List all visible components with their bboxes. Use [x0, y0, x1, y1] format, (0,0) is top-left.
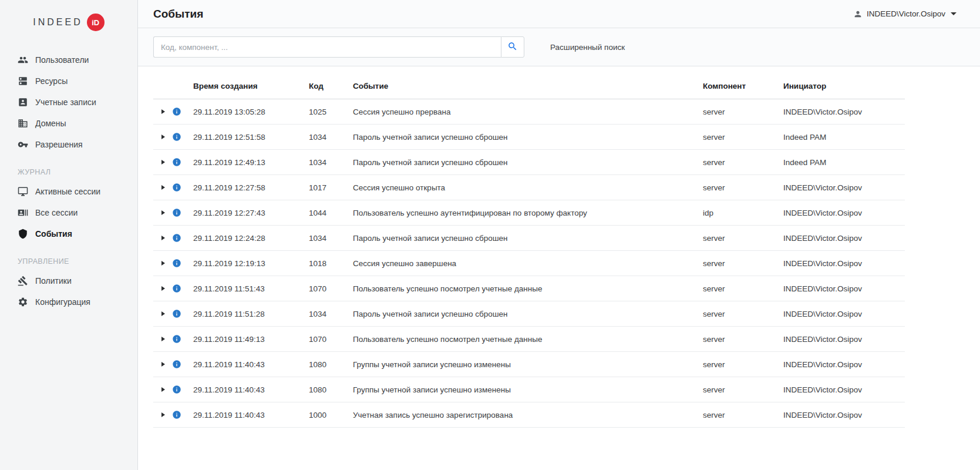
cell-code: 1034 [309, 301, 353, 327]
sidebar-item-events[interactable]: События [0, 223, 137, 244]
table-row: 29.11.2019 11:40:43 1080 Группы учетной … [153, 352, 905, 377]
nav-section-header: ЖУРНАЛ [0, 168, 137, 176]
sidebar-item-label: Разрешения [35, 140, 83, 149]
topbar: События INDEED\Victor.Osipov [138, 0, 980, 28]
all-sessions-icon [18, 207, 28, 218]
advanced-search-link[interactable]: Расширенный поиск [550, 43, 625, 52]
expand-row-icon[interactable] [161, 135, 165, 139]
sidebar-item-policies[interactable]: Политики [0, 270, 137, 291]
logo-text: INDEED [33, 17, 82, 28]
cell-event: Пользователь успешно аутентифицирован по… [353, 200, 703, 226]
sidebar-item-label: Активные сессии [35, 187, 100, 196]
table-row: 29.11.2019 11:49:13 1070 Пользователь ус… [153, 327, 905, 352]
info-icon[interactable] [172, 284, 181, 293]
info-icon[interactable] [172, 107, 181, 116]
cell-initiator: INDEED\Victor.Osipov [783, 352, 905, 377]
info-icon[interactable] [172, 208, 181, 217]
sidebar-item-domains[interactable]: Домены [0, 113, 137, 134]
users-icon [18, 55, 28, 65]
cell-time: 29.11.2019 12:51:58 [193, 125, 309, 150]
col-event: Событие [353, 70, 703, 99]
cell-time: 29.11.2019 11:51:28 [193, 301, 309, 327]
cell-code: 1044 [309, 200, 353, 226]
page-title: События [153, 8, 203, 21]
cell-initiator: INDEED\Victor.Osipov [783, 327, 905, 352]
cell-initiator: INDEED\Victor.Osipov [783, 251, 905, 276]
configuration-icon [18, 297, 28, 307]
cell-event: Пользователь успешно посмотрел учетные д… [353, 276, 703, 301]
info-icon[interactable] [172, 385, 181, 394]
cell-code: 1034 [309, 150, 353, 175]
expand-row-icon[interactable] [161, 210, 165, 215]
search-group [153, 36, 524, 58]
events-table: Время создания Код Событие Компонент Ини… [153, 70, 905, 428]
cell-code: 1025 [309, 99, 353, 125]
sidebar-item-label: Домены [35, 119, 66, 128]
info-icon[interactable] [172, 132, 181, 142]
cell-code: 1070 [309, 276, 353, 301]
expand-row-icon[interactable] [161, 286, 165, 291]
info-icon[interactable] [172, 233, 181, 243]
domains-icon [18, 118, 28, 129]
cell-component: server [703, 377, 783, 402]
user-name: INDEED\Victor.Osipov [867, 9, 945, 18]
sidebar-item-all-sessions[interactable]: Все сессии [0, 202, 137, 223]
sidebar-item-label: Все сессии [35, 208, 78, 217]
col-time: Время создания [193, 70, 309, 99]
col-component: Компонент [703, 70, 783, 99]
user-menu[interactable]: INDEED\Victor.Osipov [853, 9, 965, 19]
sidebar-item-users[interactable]: Пользователи [0, 49, 137, 70]
expand-row-icon[interactable] [161, 412, 165, 417]
permissions-icon [18, 139, 28, 150]
expand-row-icon[interactable] [161, 362, 165, 367]
cell-component: server [703, 352, 783, 377]
sidebar: INDEED iD ПользователиРесурсыУчетные зап… [0, 0, 138, 470]
caret-down-icon [951, 12, 957, 15]
info-icon[interactable] [172, 360, 181, 369]
cell-time: 29.11.2019 11:40:43 [193, 377, 309, 402]
expand-row-icon[interactable] [161, 109, 165, 114]
active-sessions-icon [18, 186, 28, 197]
cell-time: 29.11.2019 12:27:58 [193, 175, 309, 200]
expand-row-icon[interactable] [161, 337, 165, 341]
expand-row-icon[interactable] [161, 236, 165, 240]
sidebar-item-active-sessions[interactable]: Активные сессии [0, 181, 137, 202]
search-input[interactable] [153, 36, 501, 58]
accounts-icon [18, 97, 28, 108]
policies-icon [18, 276, 28, 286]
cell-time: 29.11.2019 11:40:43 [193, 352, 309, 377]
cell-initiator: Indeed PAM [783, 125, 905, 150]
sidebar-item-permissions[interactable]: Разрешения [0, 134, 137, 155]
expand-row-icon[interactable] [161, 160, 165, 164]
sidebar-item-label: Политики [35, 276, 72, 286]
info-icon[interactable] [172, 410, 181, 419]
events-table-section: Время создания Код Событие Компонент Ини… [138, 66, 980, 470]
col-code: Код [309, 70, 353, 99]
cell-event: Пароль учетной записи успешно сброшен [353, 125, 703, 150]
search-button[interactable] [501, 36, 524, 58]
cell-initiator: INDEED\Victor.Osipov [783, 402, 905, 428]
info-icon[interactable] [172, 334, 181, 344]
expand-row-icon[interactable] [161, 185, 165, 190]
info-icon[interactable] [172, 258, 181, 268]
cell-event: Группы учетной записи успешно изменены [353, 377, 703, 402]
table-row: 29.11.2019 12:27:58 1017 Сессия успешно … [153, 175, 905, 200]
app-logo[interactable]: INDEED iD [0, 0, 137, 45]
expand-row-icon[interactable] [161, 387, 165, 392]
table-row: 29.11.2019 11:51:43 1070 Пользователь ус… [153, 276, 905, 301]
expand-row-icon[interactable] [161, 261, 165, 266]
info-icon[interactable] [172, 309, 181, 318]
cell-time: 29.11.2019 13:05:28 [193, 99, 309, 125]
sidebar-item-accounts[interactable]: Учетные записи [0, 92, 137, 113]
sidebar-item-label: События [35, 229, 72, 239]
cell-event: Сессия успешно завершена [353, 251, 703, 276]
sidebar-item-resources[interactable]: Ресурсы [0, 70, 137, 92]
cell-code: 1080 [309, 352, 353, 377]
expand-row-icon[interactable] [161, 311, 165, 316]
cell-time: 29.11.2019 11:40:43 [193, 402, 309, 428]
person-icon [853, 9, 863, 19]
info-icon[interactable] [172, 183, 181, 192]
info-icon[interactable] [172, 157, 181, 167]
cell-component: server [703, 276, 783, 301]
sidebar-item-configuration[interactable]: Конфигурация [0, 291, 137, 313]
